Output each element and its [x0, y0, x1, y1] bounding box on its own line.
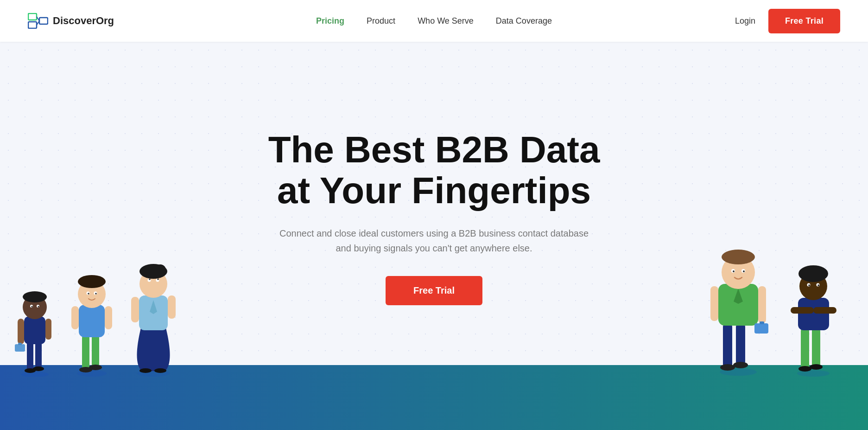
svg-rect-27 [71, 306, 79, 329]
svg-rect-70 [791, 307, 814, 314]
hero-subtitle: Connect and close ideal customers using … [277, 226, 592, 256]
svg-rect-39 [131, 297, 139, 322]
svg-point-30 [78, 275, 106, 288]
svg-rect-71 [813, 307, 836, 314]
svg-point-33 [88, 293, 89, 295]
nav-free-trial-button[interactable]: Free Trial [768, 9, 840, 33]
nav-link-who-we-serve[interactable]: Who We Serve [418, 16, 474, 26]
hero-content: The Best B2B Data at Your Fingertips Con… [259, 129, 609, 305]
svg-rect-69 [798, 298, 829, 330]
nav-item-product[interactable]: Product [367, 16, 395, 26]
svg-point-34 [95, 293, 97, 295]
character-5 [787, 247, 840, 377]
logo-link[interactable]: DiscoverOrg [28, 13, 114, 29]
svg-rect-28 [105, 306, 112, 329]
character-4 [708, 233, 768, 377]
character-3 [128, 247, 179, 377]
svg-rect-66 [812, 328, 820, 367]
svg-rect-12 [15, 344, 25, 352]
svg-rect-6 [27, 342, 33, 371]
svg-point-73 [798, 265, 828, 282]
svg-rect-14 [45, 319, 51, 340]
svg-rect-13 [18, 343, 22, 345]
nav-link-product[interactable]: Product [367, 16, 395, 26]
svg-point-76 [808, 284, 810, 286]
nav-links: Pricing Product Who We Serve Data Covera… [316, 16, 552, 26]
logo-icon [28, 13, 48, 29]
svg-point-37 [154, 368, 166, 373]
nav-right: Login Free Trial [735, 9, 840, 33]
svg-rect-1 [28, 22, 37, 28]
svg-rect-40 [168, 295, 176, 319]
nav-link-pricing[interactable]: Pricing [316, 16, 344, 26]
svg-rect-10 [24, 316, 45, 344]
hero-title-line1: The Best B2B Data [268, 129, 600, 170]
character-1 [14, 275, 56, 377]
svg-rect-57 [760, 321, 764, 324]
svg-point-68 [810, 364, 823, 370]
svg-rect-65 [801, 328, 809, 369]
svg-rect-50 [736, 323, 745, 365]
svg-point-36 [139, 368, 152, 373]
svg-rect-22 [82, 335, 89, 370]
nav-item-pricing[interactable]: Pricing [316, 16, 344, 26]
hero-title: The Best B2B Data at Your Fingertips [268, 129, 600, 211]
svg-point-52 [733, 362, 748, 368]
svg-point-47 [157, 278, 159, 280]
svg-point-43 [155, 264, 166, 276]
character-2 [69, 256, 115, 377]
svg-point-25 [89, 365, 102, 370]
svg-rect-56 [754, 323, 768, 334]
navigation: DiscoverOrg Pricing Product Who We Serve… [0, 0, 868, 42]
svg-rect-26 [79, 305, 105, 337]
svg-rect-49 [723, 323, 732, 367]
hero-free-trial-button[interactable]: Free Trial [386, 276, 482, 305]
svg-point-16 [23, 291, 47, 302]
svg-point-67 [798, 366, 811, 372]
svg-point-46 [149, 278, 151, 280]
svg-rect-55 [758, 286, 766, 323]
svg-point-9 [33, 366, 44, 371]
svg-point-51 [720, 364, 735, 371]
nav-item-who-we-serve[interactable]: Who We Serve [418, 16, 474, 26]
svg-point-63 [743, 270, 745, 272]
characters-right [708, 233, 840, 377]
svg-rect-54 [710, 286, 718, 321]
svg-rect-7 [35, 342, 42, 369]
logo-text: DiscoverOrg [53, 15, 114, 27]
characters-left [14, 247, 179, 377]
svg-rect-0 [28, 13, 37, 20]
svg-rect-23 [92, 335, 99, 367]
login-link[interactable]: Login [735, 16, 755, 26]
svg-point-5 [21, 372, 49, 377]
svg-rect-11 [18, 319, 24, 344]
svg-point-59 [722, 250, 755, 264]
hero-title-line2: at Your Fingertips [277, 170, 591, 211]
svg-point-19 [32, 306, 33, 308]
hero-section: The Best B2B Data at Your Fingertips Con… [0, 42, 868, 430]
nav-item-data-coverage[interactable]: Data Coverage [496, 16, 552, 26]
svg-rect-2 [39, 18, 48, 24]
svg-point-77 [817, 284, 819, 286]
svg-point-20 [38, 306, 39, 308]
nav-link-data-coverage[interactable]: Data Coverage [496, 16, 552, 26]
svg-point-62 [733, 270, 735, 272]
